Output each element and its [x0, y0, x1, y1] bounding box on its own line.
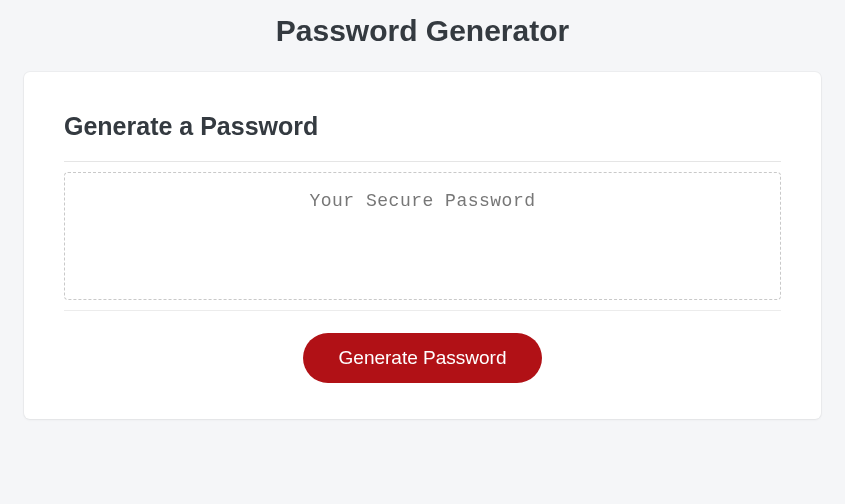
divider-top — [64, 161, 781, 162]
divider-bottom — [64, 310, 781, 311]
button-row: Generate Password — [64, 333, 781, 383]
password-output: Your Secure Password — [64, 172, 781, 300]
generate-password-button[interactable]: Generate Password — [303, 333, 543, 383]
page-title: Password Generator — [0, 0, 845, 72]
card-heading: Generate a Password — [64, 112, 781, 141]
generator-card: Generate a Password Your Secure Password… — [24, 72, 821, 419]
